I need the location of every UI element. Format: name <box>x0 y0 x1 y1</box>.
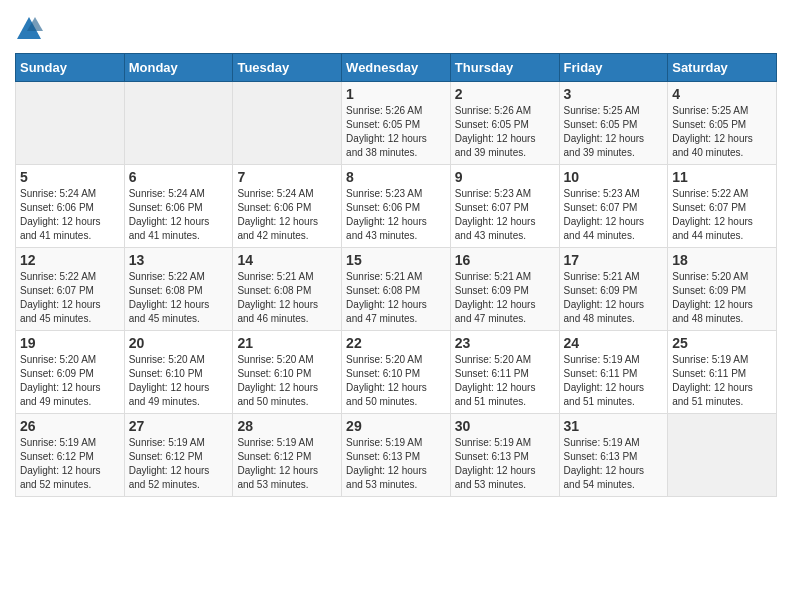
day-number: 1 <box>346 86 446 102</box>
calendar-cell: 2Sunrise: 5:26 AM Sunset: 6:05 PM Daylig… <box>450 82 559 165</box>
day-number: 7 <box>237 169 337 185</box>
day-info: Sunrise: 5:19 AM Sunset: 6:13 PM Dayligh… <box>455 436 555 492</box>
calendar-week-4: 19Sunrise: 5:20 AM Sunset: 6:09 PM Dayli… <box>16 331 777 414</box>
calendar-cell: 30Sunrise: 5:19 AM Sunset: 6:13 PM Dayli… <box>450 414 559 497</box>
day-number: 30 <box>455 418 555 434</box>
calendar-cell: 9Sunrise: 5:23 AM Sunset: 6:07 PM Daylig… <box>450 165 559 248</box>
header-day-monday: Monday <box>124 54 233 82</box>
calendar-cell: 11Sunrise: 5:22 AM Sunset: 6:07 PM Dayli… <box>668 165 777 248</box>
day-number: 17 <box>564 252 664 268</box>
day-number: 2 <box>455 86 555 102</box>
day-number: 18 <box>672 252 772 268</box>
calendar-cell <box>124 82 233 165</box>
day-number: 15 <box>346 252 446 268</box>
calendar-cell: 22Sunrise: 5:20 AM Sunset: 6:10 PM Dayli… <box>342 331 451 414</box>
day-number: 21 <box>237 335 337 351</box>
day-number: 26 <box>20 418 120 434</box>
day-number: 3 <box>564 86 664 102</box>
day-info: Sunrise: 5:21 AM Sunset: 6:08 PM Dayligh… <box>346 270 446 326</box>
day-info: Sunrise: 5:23 AM Sunset: 6:07 PM Dayligh… <box>564 187 664 243</box>
calendar-cell: 10Sunrise: 5:23 AM Sunset: 6:07 PM Dayli… <box>559 165 668 248</box>
day-number: 31 <box>564 418 664 434</box>
day-info: Sunrise: 5:20 AM Sunset: 6:09 PM Dayligh… <box>20 353 120 409</box>
calendar-week-5: 26Sunrise: 5:19 AM Sunset: 6:12 PM Dayli… <box>16 414 777 497</box>
header-day-saturday: Saturday <box>668 54 777 82</box>
header-day-wednesday: Wednesday <box>342 54 451 82</box>
day-number: 8 <box>346 169 446 185</box>
calendar-cell: 8Sunrise: 5:23 AM Sunset: 6:06 PM Daylig… <box>342 165 451 248</box>
calendar-body: 1Sunrise: 5:26 AM Sunset: 6:05 PM Daylig… <box>16 82 777 497</box>
page-header <box>15 15 777 43</box>
day-number: 10 <box>564 169 664 185</box>
header-day-friday: Friday <box>559 54 668 82</box>
calendar-cell: 19Sunrise: 5:20 AM Sunset: 6:09 PM Dayli… <box>16 331 125 414</box>
day-info: Sunrise: 5:20 AM Sunset: 6:10 PM Dayligh… <box>346 353 446 409</box>
calendar-cell: 21Sunrise: 5:20 AM Sunset: 6:10 PM Dayli… <box>233 331 342 414</box>
day-number: 4 <box>672 86 772 102</box>
day-number: 23 <box>455 335 555 351</box>
calendar-week-3: 12Sunrise: 5:22 AM Sunset: 6:07 PM Dayli… <box>16 248 777 331</box>
day-number: 25 <box>672 335 772 351</box>
calendar-cell: 27Sunrise: 5:19 AM Sunset: 6:12 PM Dayli… <box>124 414 233 497</box>
calendar-cell: 15Sunrise: 5:21 AM Sunset: 6:08 PM Dayli… <box>342 248 451 331</box>
day-info: Sunrise: 5:25 AM Sunset: 6:05 PM Dayligh… <box>564 104 664 160</box>
day-info: Sunrise: 5:26 AM Sunset: 6:05 PM Dayligh… <box>455 104 555 160</box>
day-number: 12 <box>20 252 120 268</box>
calendar-cell: 4Sunrise: 5:25 AM Sunset: 6:05 PM Daylig… <box>668 82 777 165</box>
calendar-cell: 23Sunrise: 5:20 AM Sunset: 6:11 PM Dayli… <box>450 331 559 414</box>
day-number: 29 <box>346 418 446 434</box>
day-info: Sunrise: 5:23 AM Sunset: 6:06 PM Dayligh… <box>346 187 446 243</box>
day-number: 13 <box>129 252 229 268</box>
calendar-cell <box>668 414 777 497</box>
calendar-cell: 1Sunrise: 5:26 AM Sunset: 6:05 PM Daylig… <box>342 82 451 165</box>
calendar-cell: 7Sunrise: 5:24 AM Sunset: 6:06 PM Daylig… <box>233 165 342 248</box>
header-day-tuesday: Tuesday <box>233 54 342 82</box>
day-number: 24 <box>564 335 664 351</box>
header-day-thursday: Thursday <box>450 54 559 82</box>
calendar-cell: 24Sunrise: 5:19 AM Sunset: 6:11 PM Dayli… <box>559 331 668 414</box>
day-number: 22 <box>346 335 446 351</box>
logo-icon <box>15 15 43 43</box>
calendar-cell: 18Sunrise: 5:20 AM Sunset: 6:09 PM Dayli… <box>668 248 777 331</box>
calendar-cell: 29Sunrise: 5:19 AM Sunset: 6:13 PM Dayli… <box>342 414 451 497</box>
day-info: Sunrise: 5:26 AM Sunset: 6:05 PM Dayligh… <box>346 104 446 160</box>
day-number: 5 <box>20 169 120 185</box>
day-number: 20 <box>129 335 229 351</box>
calendar-header: SundayMondayTuesdayWednesdayThursdayFrid… <box>16 54 777 82</box>
day-info: Sunrise: 5:22 AM Sunset: 6:07 PM Dayligh… <box>20 270 120 326</box>
day-info: Sunrise: 5:22 AM Sunset: 6:08 PM Dayligh… <box>129 270 229 326</box>
calendar-cell: 5Sunrise: 5:24 AM Sunset: 6:06 PM Daylig… <box>16 165 125 248</box>
day-info: Sunrise: 5:23 AM Sunset: 6:07 PM Dayligh… <box>455 187 555 243</box>
calendar-cell: 17Sunrise: 5:21 AM Sunset: 6:09 PM Dayli… <box>559 248 668 331</box>
calendar-cell: 28Sunrise: 5:19 AM Sunset: 6:12 PM Dayli… <box>233 414 342 497</box>
logo <box>15 15 47 43</box>
calendar-cell: 14Sunrise: 5:21 AM Sunset: 6:08 PM Dayli… <box>233 248 342 331</box>
calendar-cell: 6Sunrise: 5:24 AM Sunset: 6:06 PM Daylig… <box>124 165 233 248</box>
day-info: Sunrise: 5:19 AM Sunset: 6:13 PM Dayligh… <box>346 436 446 492</box>
calendar-cell <box>233 82 342 165</box>
header-row: SundayMondayTuesdayWednesdayThursdayFrid… <box>16 54 777 82</box>
calendar-cell: 31Sunrise: 5:19 AM Sunset: 6:13 PM Dayli… <box>559 414 668 497</box>
day-number: 14 <box>237 252 337 268</box>
day-number: 16 <box>455 252 555 268</box>
day-info: Sunrise: 5:20 AM Sunset: 6:09 PM Dayligh… <box>672 270 772 326</box>
day-number: 28 <box>237 418 337 434</box>
day-info: Sunrise: 5:19 AM Sunset: 6:12 PM Dayligh… <box>20 436 120 492</box>
day-info: Sunrise: 5:21 AM Sunset: 6:08 PM Dayligh… <box>237 270 337 326</box>
day-info: Sunrise: 5:20 AM Sunset: 6:10 PM Dayligh… <box>237 353 337 409</box>
day-number: 6 <box>129 169 229 185</box>
day-info: Sunrise: 5:24 AM Sunset: 6:06 PM Dayligh… <box>237 187 337 243</box>
day-info: Sunrise: 5:21 AM Sunset: 6:09 PM Dayligh… <box>564 270 664 326</box>
day-info: Sunrise: 5:19 AM Sunset: 6:11 PM Dayligh… <box>564 353 664 409</box>
day-info: Sunrise: 5:24 AM Sunset: 6:06 PM Dayligh… <box>129 187 229 243</box>
day-number: 27 <box>129 418 229 434</box>
calendar-week-1: 1Sunrise: 5:26 AM Sunset: 6:05 PM Daylig… <box>16 82 777 165</box>
calendar-cell: 12Sunrise: 5:22 AM Sunset: 6:07 PM Dayli… <box>16 248 125 331</box>
calendar-cell: 3Sunrise: 5:25 AM Sunset: 6:05 PM Daylig… <box>559 82 668 165</box>
day-info: Sunrise: 5:24 AM Sunset: 6:06 PM Dayligh… <box>20 187 120 243</box>
day-info: Sunrise: 5:19 AM Sunset: 6:12 PM Dayligh… <box>237 436 337 492</box>
day-info: Sunrise: 5:20 AM Sunset: 6:10 PM Dayligh… <box>129 353 229 409</box>
day-info: Sunrise: 5:25 AM Sunset: 6:05 PM Dayligh… <box>672 104 772 160</box>
day-number: 19 <box>20 335 120 351</box>
calendar-table: SundayMondayTuesdayWednesdayThursdayFrid… <box>15 53 777 497</box>
